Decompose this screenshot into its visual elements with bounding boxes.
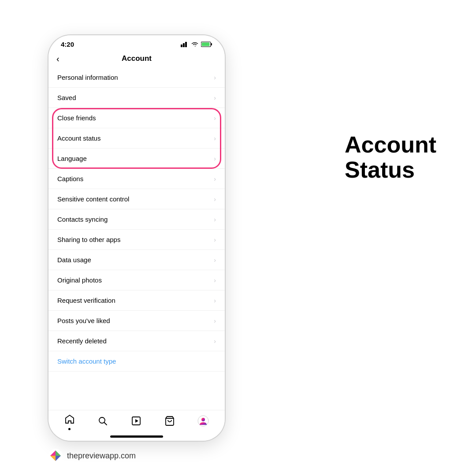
- menu-item-close-friends[interactable]: Close friends ›: [48, 108, 225, 128]
- menu-item-account-status[interactable]: Account status ›: [48, 128, 225, 149]
- svg-marker-10: [135, 419, 138, 423]
- svg-rect-6: [202, 43, 210, 46]
- menu-item-posts-liked[interactable]: Posts you've liked ›: [48, 311, 225, 331]
- footer: thepreviewapp.com: [48, 449, 136, 463]
- menu-item-switch-account-type[interactable]: Switch account type: [48, 351, 225, 372]
- status-time: 4:20: [61, 41, 74, 48]
- menu-item-label: Captions: [57, 175, 83, 182]
- chevron-icon: ›: [214, 317, 216, 324]
- page-wrapper: 4:20: [0, 0, 476, 476]
- back-button[interactable]: ‹: [56, 54, 60, 64]
- menu-item-original-photos[interactable]: Original photos ›: [48, 270, 225, 290]
- menu-item-personal-information[interactable]: Personal information ›: [48, 67, 225, 88]
- chevron-icon: ›: [214, 135, 216, 142]
- chevron-icon: ›: [214, 115, 216, 122]
- menu-item-language[interactable]: Language ›: [48, 149, 225, 169]
- chevron-icon: ›: [214, 74, 216, 81]
- menu-item-label: Posts you've liked: [57, 317, 110, 324]
- nav-profile-icon[interactable]: [197, 415, 209, 429]
- menu-item-label: Language: [57, 155, 87, 162]
- menu-item-label: Close friends: [57, 114, 96, 122]
- chevron-icon: ›: [214, 94, 216, 101]
- menu-item-label: Personal information: [57, 74, 118, 81]
- status-icons: [181, 41, 212, 47]
- phone-mockup: 4:20: [48, 35, 225, 441]
- wifi-icon: [191, 41, 199, 47]
- footer-logo: [48, 449, 63, 463]
- menu-item-sharing-other-apps[interactable]: Sharing to other apps ›: [48, 230, 225, 250]
- menu-item-label: Original photos: [57, 276, 102, 284]
- svg-point-13: [201, 418, 205, 421]
- menu-item-recently-deleted[interactable]: Recently deleted ›: [48, 331, 225, 351]
- home-bar: [110, 435, 163, 438]
- svg-rect-2: [185, 42, 187, 47]
- menu-item-label: Request verification: [57, 297, 115, 304]
- nav-search-icon[interactable]: [97, 416, 108, 429]
- side-label-line2: Status: [345, 157, 436, 182]
- side-label-line1: Account: [345, 132, 436, 157]
- chevron-icon: ›: [214, 196, 216, 203]
- menu-item-captions[interactable]: Captions ›: [48, 169, 225, 189]
- menu-item-label: Sharing to other apps: [57, 236, 120, 243]
- nav-reels-icon[interactable]: [131, 416, 141, 429]
- chevron-icon: ›: [214, 175, 216, 182]
- side-label: Account Status: [345, 132, 436, 182]
- menu-item-request-verification[interactable]: Request verification ›: [48, 290, 225, 311]
- battery-icon: [201, 41, 212, 47]
- chevron-icon: ›: [214, 155, 216, 162]
- menu-item-label: Switch account type: [57, 357, 116, 365]
- nav-home-icon[interactable]: [64, 414, 75, 430]
- menu-list: Personal information › Saved › Close fri…: [48, 67, 225, 372]
- footer-url: thepreviewapp.com: [67, 451, 136, 461]
- bottom-nav: [48, 410, 225, 432]
- svg-rect-0: [181, 45, 182, 47]
- menu-item-data-usage[interactable]: Data usage ›: [48, 250, 225, 270]
- chevron-icon: ›: [214, 297, 216, 304]
- chevron-icon: ›: [214, 216, 216, 223]
- menu-item-contacts-syncing[interactable]: Contacts syncing ›: [48, 209, 225, 230]
- svg-line-8: [104, 422, 107, 425]
- chevron-icon: ›: [214, 338, 216, 345]
- chevron-icon: ›: [214, 236, 216, 243]
- chevron-icon: ›: [214, 277, 216, 284]
- menu-item-label: Account status: [57, 134, 100, 142]
- highlight-group: Close friends › Account status › Languag…: [48, 108, 225, 169]
- signal-icon: [181, 41, 189, 47]
- menu-item-label: Contacts syncing: [57, 216, 108, 223]
- menu-item-label: Data usage: [57, 256, 91, 264]
- status-bar: 4:20: [48, 35, 225, 51]
- menu-item-label: Sensitive content control: [57, 195, 129, 203]
- menu-item-sensitive-content[interactable]: Sensitive content control ›: [48, 189, 225, 209]
- page-title: Account: [122, 54, 152, 63]
- home-indicator: [48, 432, 225, 441]
- nav-header: ‹ Account: [48, 51, 225, 67]
- phone-content: Personal information › Saved › Close fri…: [48, 67, 225, 410]
- chevron-icon: ›: [214, 257, 216, 264]
- menu-item-label: Recently deleted: [57, 337, 107, 345]
- menu-item-label: Saved: [57, 94, 76, 101]
- nav-shop-icon[interactable]: [164, 416, 175, 429]
- menu-item-saved[interactable]: Saved ›: [48, 88, 225, 108]
- svg-rect-5: [211, 43, 212, 45]
- svg-rect-1: [183, 43, 185, 47]
